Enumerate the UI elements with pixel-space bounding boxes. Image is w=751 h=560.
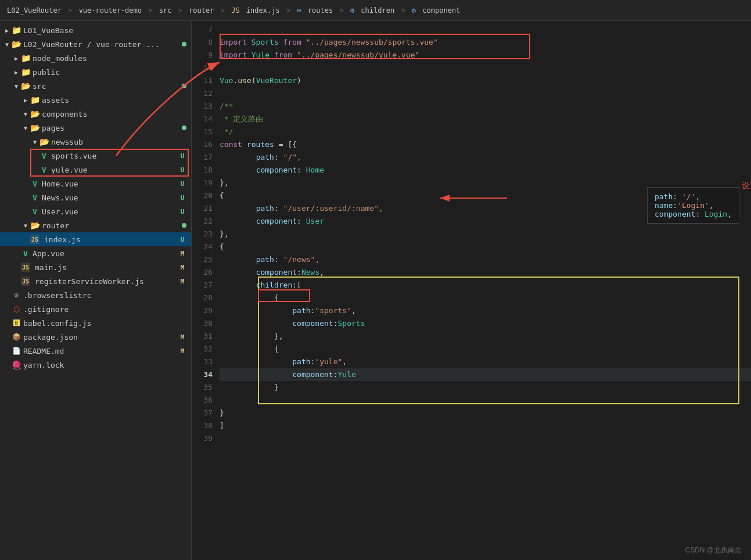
sidebar-label-news-vue: News.vue (42, 193, 176, 202)
line-num-21: 21 (192, 202, 213, 215)
line-num-29: 29 (192, 304, 213, 317)
sidebar-item-browserslistrc[interactable]: ⚙ .browserslistrc (0, 288, 191, 302)
sidebar-item-news-vue[interactable]: V News.vue U (0, 191, 191, 204)
code-line-17: path: "/", (220, 151, 751, 164)
sidebar-item-router[interactable]: ▼ 📂 router (0, 218, 191, 232)
badge-user-vue: U (178, 208, 186, 216)
sidebar-item-L02VueRouter[interactable]: ▼ 📂 L02_VueRouter / vue-router-... (0, 37, 191, 51)
sidebar-item-pages[interactable]: ▼ 📂 pages (0, 121, 191, 135)
badge-yule-vue: U (178, 166, 186, 174)
line-num-8: 8 (192, 36, 213, 49)
code-line-39 (220, 432, 751, 445)
highlighted-files-group: V sports.vue U V yule.vue U (0, 149, 191, 177)
sidebar-item-readme[interactable]: 📄 README.md M (0, 344, 191, 358)
sidebar-item-package-json[interactable]: 📦 package.json M (0, 330, 191, 344)
breadcrumb: L02_VueRouter > vue-router-demo > src > … (7, 6, 460, 15)
code-line-34: component:Yule (220, 368, 751, 381)
badge-sw: M (178, 278, 186, 285)
sidebar-item-yarn-lock[interactable]: 🧶 yarn.lock (0, 358, 191, 372)
browsers-icon: ⚙ (12, 290, 21, 300)
sidebar-item-newssub[interactable]: ▼ 📂 newssub (0, 135, 191, 149)
sidebar-label-src: src (33, 82, 182, 91)
sidebar-label-yule-vue: yule.vue (51, 166, 176, 174)
code-line-31: }, (220, 330, 751, 343)
folder-icon-public: 📁 (21, 67, 30, 77)
sidebar-item-gitignore[interactable]: ⬡ .gitignore (0, 302, 191, 316)
tree-arrow-node-modules[interactable]: ▶ (12, 53, 21, 63)
tree-arrow-src[interactable]: ▼ (12, 81, 21, 91)
sidebar-item-app-vue[interactable]: V App.vue M (0, 246, 191, 260)
modified-dot-src (182, 84, 186, 88)
folder-icon-router: 📂 (30, 221, 39, 230)
sidebar-item-main-js[interactable]: JS main.js M (0, 260, 191, 274)
line-num-35: 35 (192, 381, 213, 394)
js-icon-main: JS (21, 263, 30, 272)
git-icon: ⬡ (12, 304, 21, 314)
line-num-15: 15 (192, 125, 213, 138)
sidebar-label-browserslistrc: .browserslistrc (23, 291, 186, 300)
line-num-39: 39 (192, 432, 213, 445)
tree-arrow-public[interactable]: ▶ (12, 67, 21, 77)
line-num-37: 37 (192, 407, 213, 419)
sidebar-label-register-sw: registerServiceWorker.js (35, 277, 176, 286)
tree-arrow-router[interactable]: ▼ (21, 221, 30, 230)
sidebar-item-yule-vue[interactable]: V yule.vue U (0, 163, 191, 177)
breadcrumb-bar: L02_VueRouter > vue-router-demo > src > … (0, 0, 751, 21)
sidebar-item-sports-vue[interactable]: V sports.vue U (0, 149, 191, 163)
sidebar-item-components[interactable]: ▼ 📂 components (0, 107, 191, 121)
code-line-23: }, (220, 228, 751, 240)
code-line-21: path: "/user/:userid/:name", (220, 202, 751, 215)
line-num-17: 17 (192, 151, 213, 164)
code-line-9: import Yule from "../pages/newssub/yule.… (220, 49, 751, 62)
sidebar-label-public: public (33, 68, 186, 77)
line-num-19: 19 (192, 177, 213, 189)
code-line-15: */ (220, 125, 751, 138)
tree-arrow-pages[interactable]: ▼ (21, 123, 30, 132)
line-num-22: 22 (192, 215, 213, 228)
js-icon-index: JS (30, 235, 39, 244)
vue-icon-home: V (30, 179, 39, 188)
sidebar-item-register-sw[interactable]: JS registerServiceWorker.js M (0, 274, 191, 288)
line-num-38: 38 (192, 419, 213, 432)
line-num-10: 10 (192, 62, 213, 74)
tree-arrow-newssub[interactable]: ▼ (30, 137, 39, 146)
sidebar-item-node-modules[interactable]: ▶ 📁 node_modules (0, 51, 191, 65)
sidebar-item-babel[interactable]: 🅱 babel.config.js (0, 316, 191, 330)
sidebar-label-node-modules: node_modules (33, 54, 186, 63)
editor[interactable]: 7 8 9 10 11 12 13 14 15 16 17 18 19 20 2… (192, 21, 751, 560)
folder-icon-src: 📂 (21, 81, 30, 91)
folder-icon-node-modules: 📁 (21, 53, 30, 63)
tree-arrow-assets[interactable]: ▶ (21, 95, 30, 105)
line-num-25: 25 (192, 253, 213, 266)
badge-sports-vue: U (178, 152, 186, 160)
sidebar-label-user-vue: User.vue (42, 207, 176, 216)
line-num-31: 31 (192, 330, 213, 343)
sidebar-item-L01VueBase[interactable]: ▶ 📁 L01_VueBase (0, 23, 191, 37)
line-num-32: 32 (192, 343, 213, 356)
folder-icon-L02: 📂 (12, 40, 21, 49)
sidebar-item-home-vue[interactable]: V Home.vue U (0, 177, 191, 191)
tree-arrow-L01[interactable]: ▶ (2, 26, 12, 35)
line-num-28: 28 (192, 292, 213, 304)
readme-icon: 📄 (12, 346, 21, 356)
line-num-11: 11 (192, 74, 213, 87)
line-num-20: 20 (192, 189, 213, 202)
sidebar-label-L01: L01_VueBase (23, 26, 186, 35)
code-line-28: { (220, 292, 751, 304)
sidebar-item-assets[interactable]: ▶ 📁 assets (0, 93, 191, 107)
sidebar-item-index-js[interactable]: JS index.js U (0, 232, 191, 246)
vue-icon-app: V (21, 249, 30, 258)
sidebar-item-src[interactable]: ▼ 📂 src (0, 79, 191, 93)
line-num-36: 36 (192, 394, 213, 407)
sidebar-item-user-vue[interactable]: V User.vue U (0, 204, 191, 218)
code-line-7 (220, 23, 751, 36)
tree-arrow-components[interactable]: ▼ (21, 109, 30, 119)
sidebar[interactable]: ▶ 📁 L01_VueBase ▼ 📂 L02_VueRouter / vue-… (0, 21, 192, 560)
sidebar-label-yarn-lock: yarn.lock (23, 361, 186, 369)
line-num-33: 33 (192, 356, 213, 368)
code-content: import Sports from "../pages/newssub/spo… (220, 21, 751, 560)
sidebar-item-public[interactable]: ▶ 📁 public (0, 65, 191, 79)
badge-readme: M (178, 347, 186, 355)
tree-arrow-L02[interactable]: ▼ (2, 40, 12, 49)
code-line-20: { (220, 189, 751, 202)
